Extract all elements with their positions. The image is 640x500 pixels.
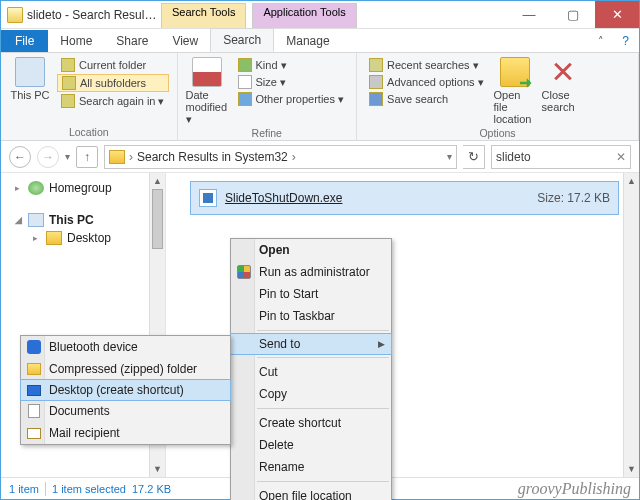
label: Pin to Taskbar: [259, 309, 335, 323]
sendto-mail[interactable]: Mail recipient: [21, 422, 230, 444]
title-bar: slideto - Search Results in... Search To…: [1, 1, 639, 29]
label: This PC: [10, 89, 49, 101]
tab-view[interactable]: View: [160, 30, 210, 52]
bluetooth-icon: [27, 340, 41, 354]
chevron-right-icon: ›: [292, 150, 296, 164]
submenu-arrow-icon: ▶: [378, 339, 385, 349]
content-scrollbar[interactable]: ▲ ▼: [623, 173, 639, 477]
pc-icon: [15, 57, 45, 87]
group-location: This PC Current folder All subfolders Se…: [1, 53, 178, 140]
label: Compressed (zipped) folder: [49, 362, 197, 376]
label: Size ▾: [256, 76, 286, 89]
result-item[interactable]: SlideToShutDown.exe Size: 17.2 KB: [190, 181, 619, 215]
sendto-desktop-shortcut[interactable]: Desktop (create shortcut): [20, 379, 231, 401]
size-button[interactable]: Size ▾: [234, 74, 349, 90]
menu-pin-to-start[interactable]: Pin to Start: [231, 283, 391, 305]
label: Recent searches ▾: [387, 59, 479, 72]
menu-delete[interactable]: Delete: [231, 434, 391, 456]
nav-this-pc[interactable]: ◢This PC: [1, 211, 165, 229]
document-icon: [28, 404, 40, 418]
menu-open[interactable]: Open: [231, 239, 391, 261]
label: Desktop: [67, 231, 111, 245]
label: Other properties ▾: [256, 93, 345, 106]
label: All subfolders: [80, 77, 146, 89]
desktop-icon: [27, 385, 41, 396]
date-modified-button[interactable]: Date modified ▾: [186, 57, 228, 125]
menu-open-file-location[interactable]: Open file location: [231, 485, 391, 500]
homegroup-icon: [28, 181, 44, 195]
calendar-icon: [192, 57, 222, 87]
minimize-button[interactable]: —: [507, 1, 551, 28]
menu-run-as-admin[interactable]: Run as administrator: [231, 261, 391, 283]
sendto-zip[interactable]: Compressed (zipped) folder: [21, 358, 230, 380]
tab-search[interactable]: Search: [210, 28, 274, 52]
group-label: Location: [9, 124, 169, 138]
label: Documents: [49, 404, 110, 418]
folder-icon: [61, 58, 75, 72]
menu-pin-to-taskbar[interactable]: Pin to Taskbar: [231, 305, 391, 327]
label: Rename: [259, 460, 304, 474]
kind-button[interactable]: Kind ▾: [234, 57, 349, 73]
clear-search-button[interactable]: ✕: [616, 150, 626, 164]
advanced-options-button[interactable]: Advanced options ▾: [365, 74, 488, 90]
menu-cut[interactable]: Cut: [231, 361, 391, 383]
close-search-button[interactable]: Close search: [542, 57, 584, 113]
sendto-bluetooth[interactable]: Bluetooth device: [21, 336, 230, 358]
label: Current folder: [79, 59, 146, 71]
current-folder-button[interactable]: Current folder: [57, 57, 169, 73]
sendto-documents[interactable]: Documents: [21, 400, 230, 422]
history-dropdown[interactable]: ▾: [65, 151, 70, 162]
tab-manage[interactable]: Manage: [274, 30, 341, 52]
all-subfolders-button[interactable]: All subfolders: [57, 74, 169, 92]
help-button[interactable]: ?: [612, 30, 639, 52]
search-again-in-button[interactable]: Search again in ▾: [57, 93, 169, 109]
label: Send to: [259, 337, 300, 351]
address-dropdown[interactable]: ▾: [447, 151, 452, 162]
address-bar[interactable]: › Search Results in System32 › ▾: [104, 145, 457, 169]
watermark: groovyPublishing: [518, 480, 631, 498]
item-count: 1 item: [9, 483, 39, 495]
this-pc-button[interactable]: This PC: [9, 57, 51, 101]
scroll-down-icon[interactable]: ▼: [150, 461, 165, 477]
context-tab-search-tools[interactable]: Search Tools: [161, 3, 246, 28]
scroll-up-icon[interactable]: ▲: [150, 173, 165, 189]
window-icon: [7, 7, 23, 23]
recent-icon: [369, 58, 383, 72]
nav-desktop[interactable]: ▸Desktop: [1, 229, 165, 247]
label: Save search: [387, 93, 448, 105]
forward-button[interactable]: →: [37, 146, 59, 168]
menu-copy[interactable]: Copy: [231, 383, 391, 405]
scroll-down-icon[interactable]: ▼: [624, 461, 639, 477]
label: Open file location: [259, 489, 352, 500]
up-button[interactable]: ↑: [76, 146, 98, 168]
label: Open file location: [494, 89, 536, 125]
menu-create-shortcut[interactable]: Create shortcut: [231, 412, 391, 434]
refresh-button[interactable]: ↻: [463, 145, 485, 169]
chevron-right-icon: ›: [129, 150, 133, 164]
search-value: slideto: [496, 150, 531, 164]
back-button[interactable]: ←: [9, 146, 31, 168]
recent-searches-button[interactable]: Recent searches ▾: [365, 57, 488, 73]
label: Kind ▾: [256, 59, 287, 72]
search-input[interactable]: slideto ✕: [491, 145, 631, 169]
context-menu: Open Run as administrator Pin to Start P…: [230, 238, 392, 500]
label: Bluetooth device: [49, 340, 138, 354]
save-search-button[interactable]: Save search: [365, 91, 488, 107]
label: Copy: [259, 387, 287, 401]
close-button[interactable]: ✕: [595, 1, 639, 28]
nav-homegroup[interactable]: ▸Homegroup: [1, 179, 165, 197]
open-file-location-button[interactable]: Open file location: [494, 57, 536, 125]
file-tab[interactable]: File: [1, 30, 48, 52]
scroll-thumb[interactable]: [152, 189, 163, 249]
tab-share[interactable]: Share: [104, 30, 160, 52]
tab-home[interactable]: Home: [48, 30, 104, 52]
props-icon: [238, 92, 252, 106]
maximize-button[interactable]: ▢: [551, 1, 595, 28]
other-properties-button[interactable]: Other properties ▾: [234, 91, 349, 107]
menu-send-to[interactable]: Send to▶: [230, 333, 392, 355]
collapse-ribbon-button[interactable]: ˄: [590, 31, 612, 52]
group-refine: Date modified ▾ Kind ▾ Size ▾ Other prop…: [178, 53, 358, 140]
context-tab-application-tools[interactable]: Application Tools: [252, 3, 356, 28]
scroll-up-icon[interactable]: ▲: [624, 173, 639, 189]
menu-rename[interactable]: Rename: [231, 456, 391, 478]
